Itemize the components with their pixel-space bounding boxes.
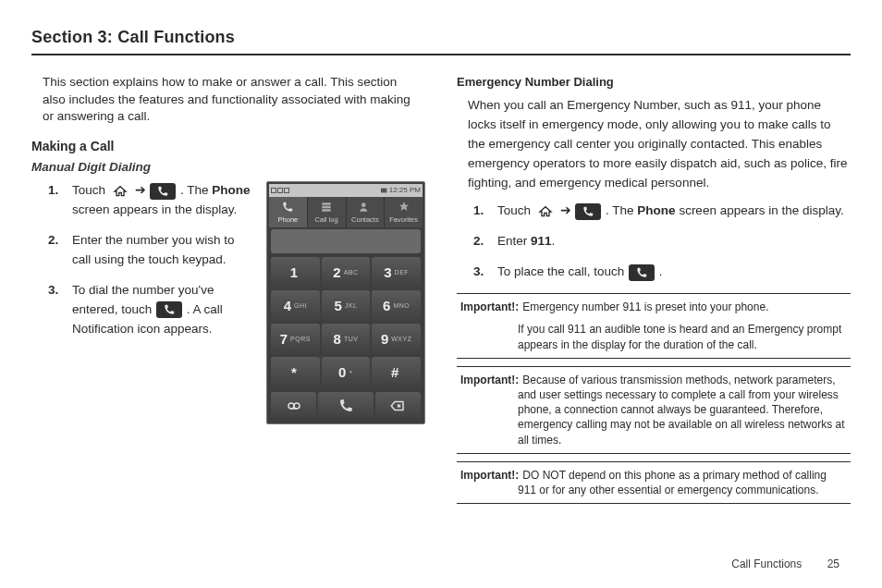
page-footer: Call Functions 25 [731, 557, 839, 571]
key-1[interactable]: 1 [271, 257, 320, 288]
call-button-icon [629, 264, 655, 281]
dial-keypad: 12ABC3DEF4GHI5JKL6MNO7PQRS8TUV9WXYZ*0+# [269, 255, 423, 390]
home-icon [535, 204, 556, 219]
footer-label: Call Functions [731, 557, 802, 570]
note-text: Emergency number 911 is preset into your… [518, 300, 847, 314]
status-time: 12:25 PM [389, 186, 421, 196]
page-number: 25 [827, 557, 839, 570]
phone-bold: Phone [212, 183, 250, 197]
phone-tabs: Phone Call log Contacts Favorites [269, 197, 423, 227]
step-text: screen appears in the display. [72, 202, 237, 216]
important-label: Important!: [460, 373, 519, 387]
key-8[interactable]: 8TUV [322, 324, 371, 355]
step-text: . The [180, 183, 212, 197]
phone-bold: Phone [637, 203, 675, 217]
step-text: screen appears in the display. [676, 203, 844, 217]
svg-point-3 [294, 403, 300, 409]
favorites-icon [396, 201, 412, 214]
heading-making-a-call: Making a Call [31, 138, 425, 155]
key-*[interactable]: * [271, 357, 320, 388]
key-4[interactable]: 4GHI [271, 290, 320, 322]
contacts-icon [357, 201, 374, 214]
heading-manual-digit-dialing: Manual Digit Dialing [31, 159, 425, 176]
voicemail-button[interactable] [271, 392, 316, 420]
heading-emergency: Emergency Number Dialing [457, 74, 851, 91]
step-2: 2. Enter 911. [473, 232, 851, 251]
section-title: Section 3: Call Functions [31, 26, 851, 55]
emergency-paragraph: When you call an Emergency Number, such … [457, 96, 851, 193]
steps-left: 1. Touch ➔ . The Phone screen appears in… [31, 181, 253, 338]
intro-paragraph: This section explains how to make or ans… [31, 74, 425, 125]
step-text: Enter [497, 234, 531, 248]
key-5[interactable]: 5JKL [322, 290, 371, 322]
call-row [269, 390, 423, 422]
key-2[interactable]: 2ABC [322, 257, 371, 288]
svg-point-1 [361, 202, 366, 207]
status-right: 12:25 PM [381, 186, 421, 196]
home-icon [110, 184, 130, 199]
step-3: 3. To place the call, touch . [473, 263, 851, 282]
step-3: 3. To dial the number you've entered, to… [48, 281, 253, 339]
tab-phone[interactable]: Phone [269, 197, 308, 227]
key-#[interactable]: # [372, 357, 421, 388]
call-button[interactable] [318, 392, 373, 420]
key-7[interactable]: 7PQRS [271, 324, 320, 355]
step-text: . [659, 264, 663, 278]
note-text: If you call 911 an audible tone is heard… [518, 322, 847, 351]
steps-right: 1. Touch ➔ . The Phone screen appears in… [457, 202, 851, 282]
phone-icon [279, 201, 296, 214]
important-note-1: Important!: Emergency number 911 is pres… [457, 293, 851, 359]
calllog-icon [318, 201, 335, 214]
important-note-3: Important!: DO NOT depend on this phone … [457, 461, 851, 504]
right-column: Emergency Number Dialing When you call a… [457, 74, 851, 508]
arrow-icon: ➔ [560, 203, 571, 217]
backspace-button[interactable] [375, 392, 421, 420]
step-text: Touch [72, 183, 109, 197]
key-9[interactable]: 9WXYZ [372, 324, 421, 355]
arrow-icon: ➔ [135, 183, 146, 197]
status-bar: 12:25 PM [269, 184, 423, 197]
key-6[interactable]: 6MNO [372, 290, 421, 322]
phone-button-icon [575, 203, 601, 220]
note-text: Because of various transmission methods,… [518, 373, 847, 447]
two-column-layout: This section explains how to make or ans… [31, 74, 851, 508]
step-text: Touch [497, 203, 534, 217]
status-left-icons [271, 188, 289, 193]
tab-favorites[interactable]: Favorites [385, 197, 423, 227]
left-column: This section explains how to make or ans… [31, 74, 425, 508]
step-2: 2. Enter the number you wish to call usi… [48, 231, 253, 270]
call-button-icon [156, 301, 182, 318]
phone-figure: 12:25 PM Phone Call log Contacts [266, 181, 425, 424]
note-text: DO NOT depend on this phone as a primary… [518, 468, 847, 497]
key-0[interactable]: 0+ [322, 357, 371, 388]
step-text: . The [606, 203, 637, 217]
step-1: 1. Touch ➔ . The Phone screen appears in… [473, 202, 851, 221]
svg-rect-0 [381, 189, 386, 193]
step-1: 1. Touch ➔ . The Phone screen appears in… [48, 181, 253, 220]
important-label: Important!: [460, 300, 519, 314]
important-note-2: Important!: Because of various transmiss… [457, 366, 851, 454]
step-text: To place the call, touch [497, 264, 628, 278]
phone-button-icon [150, 183, 176, 200]
step-text: Enter the number you wish to call using … [72, 233, 235, 266]
important-label: Important!: [460, 468, 519, 483]
tab-call-log[interactable]: Call log [308, 197, 347, 227]
svg-point-2 [288, 403, 294, 409]
tab-contacts[interactable]: Contacts [347, 197, 386, 227]
dial-input[interactable] [271, 229, 421, 253]
key-3[interactable]: 3DEF [372, 257, 421, 288]
